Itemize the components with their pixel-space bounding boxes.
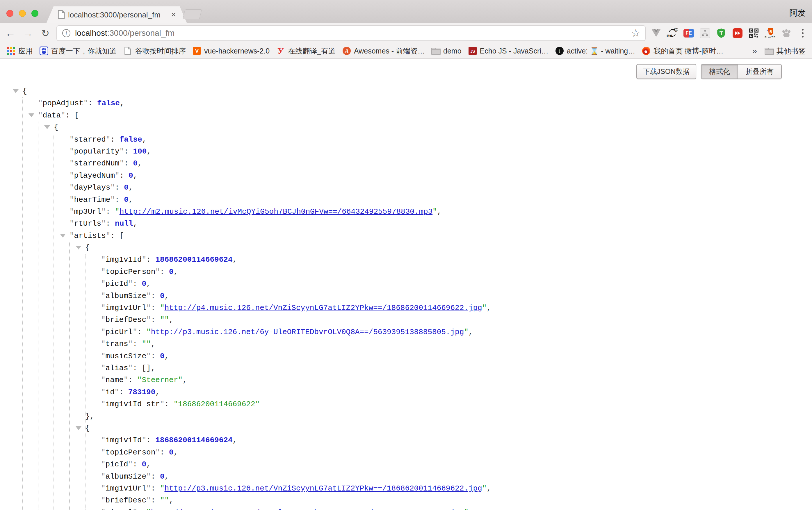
json-url-link[interactable]: http://m2.music.126.net/ivMcQYiG5oh7BCJh… [119, 207, 433, 216]
vue-extension-icon[interactable] [650, 27, 663, 39]
json-key: picId [106, 279, 128, 288]
json-line: "starred": false, [0, 134, 812, 146]
collapse-arrow-icon[interactable] [29, 113, 34, 117]
json-line: "name": "Steerner", [0, 374, 812, 386]
collapse-arrow-icon[interactable] [44, 125, 50, 129]
json-url-link[interactable]: http://p3.music.126.net/6y-UleORITEDbvrO… [151, 328, 464, 336]
json-line: "trans": "", [0, 338, 812, 350]
bookmark-label: 百度一下，你就知道 [51, 46, 117, 56]
json-line: "img1v1Id": 18686200114669624, [0, 434, 812, 446]
bookmark-item[interactable]: JSEcho JS - JavaScri… [468, 46, 549, 56]
new-tab-button[interactable] [183, 9, 202, 19]
json-value-number: 18686200114669624 [155, 255, 232, 264]
json-line: "img1v1Url": "http://p3.music.126.net/Vn… [0, 483, 812, 494]
bookmark-item[interactable]: 谷歌按时间排序 [123, 46, 186, 56]
json-line: "img1v1Id_str": "18686200114669622" [0, 398, 812, 410]
json-line: "topicPerson": 0, [0, 447, 812, 458]
h5player-extension-icon[interactable]: 5PLAYER [764, 27, 777, 39]
weibo-icon [642, 46, 651, 56]
json-line: "id": 783190, [0, 386, 812, 398]
view-mode-segmented-control: 格式化 折叠所有 [701, 64, 782, 79]
json-key: name [106, 376, 124, 384]
json-key: topicPerson [106, 268, 155, 276]
bookmark-label: 在线翻译_有道 [288, 46, 336, 56]
collapse-arrow-icon[interactable] [60, 234, 66, 238]
bookmark-item[interactable]: AAwesomes - 前端资… [342, 46, 425, 56]
json-value-string: " [160, 304, 165, 312]
json-key: hearTime [74, 196, 111, 204]
page-icon [58, 10, 65, 20]
json-value-string: " [146, 328, 151, 336]
fe-extension-icon[interactable]: FE [682, 27, 695, 39]
json-line: "picId": 0, [0, 278, 812, 290]
bookmark-star-icon[interactable]: ☆ [631, 27, 640, 39]
translate-extension-icon[interactable]: en英 [666, 27, 679, 39]
tab-close-icon[interactable]: × [171, 9, 176, 20]
collapse-arrow-icon[interactable] [76, 246, 81, 249]
paw-extension-icon[interactable] [780, 27, 793, 39]
qr-extension-icon[interactable] [748, 27, 760, 39]
page-info-icon[interactable]: i [62, 29, 70, 37]
json-line: "starredNum": 0, [0, 158, 812, 170]
json-key: playedNum [74, 171, 115, 180]
download-json-button[interactable]: 下载JSON数据 [636, 64, 696, 79]
folder-icon [764, 46, 774, 56]
other-bookmarks-label: 其他书签 [777, 46, 806, 56]
back-button[interactable]: ← [4, 27, 17, 39]
json-line: "popularity": 100, [0, 146, 812, 158]
bookmarks-overflow-icon[interactable]: » [752, 46, 757, 56]
json-value-string: " [464, 508, 468, 510]
zoom-window-button[interactable] [31, 10, 38, 17]
bookmark-item[interactable]: demo [431, 46, 462, 56]
browser-tab[interactable]: localhost:3000/personal_fm × [47, 6, 187, 23]
bookmark-item[interactable]: ↓active: ⌛ - waiting… [555, 46, 635, 56]
json-value-string: "18686200114669622" [174, 400, 260, 409]
json-url-link[interactable]: http://p3.music.126.net/VnZiScyynLG7atLI… [164, 484, 482, 493]
json-value-number: 100 [133, 147, 147, 156]
json-line: "picId": 0, [0, 458, 812, 471]
tshield-extension-icon[interactable]: T [715, 27, 728, 39]
bookmark-item[interactable]: 应用 [6, 46, 33, 56]
json-line: "popAdjust": false, [0, 97, 812, 109]
json-line: "picUrl": "http://p3.music.126.net/6y-Ul… [0, 326, 812, 338]
bookmarks-bar: 应用百度一下，你就知道谷歌按时间排序Vvue-hackernews-2.0У在线… [0, 43, 812, 59]
page-icon [123, 46, 132, 56]
json-value-number: 0 [169, 268, 174, 276]
url-text: localhost:3000/personal_fm [75, 29, 631, 38]
json-url-link[interactable]: http://p3.music.126.net/6y-UleORITEDbvrO… [151, 508, 464, 510]
close-window-button[interactable] [6, 10, 13, 17]
json-line: { [0, 86, 812, 97]
json-value-number: 0 [124, 196, 128, 204]
json-line: { [0, 422, 812, 434]
json-line: "rtUrls": null, [0, 218, 812, 230]
format-button[interactable]: 格式化 [701, 64, 738, 79]
json-value-string: " [482, 304, 487, 312]
menu-dots-extension-icon[interactable] [796, 27, 809, 39]
collapse-arrow-icon[interactable] [76, 426, 81, 430]
json-value-number: 0 [142, 279, 146, 288]
collapse-all-button[interactable]: 折叠所有 [738, 64, 781, 79]
bookmark-label: active: ⌛ - waiting… [567, 47, 635, 55]
json-url-link[interactable]: http://p4.music.126.net/VnZiScyynLG7atLI… [164, 304, 482, 312]
json-value-string: " [482, 484, 487, 493]
json-key: albumSize [106, 472, 146, 481]
fastforward-extension-icon[interactable] [731, 27, 744, 39]
json-key: albumSize [106, 292, 146, 300]
sitemap-extension-icon[interactable] [699, 27, 712, 39]
collapse-arrow-icon[interactable] [13, 89, 19, 93]
bookmark-item[interactable]: У在线翻译_有道 [276, 46, 336, 56]
bookmark-item[interactable]: Vvue-hackernews-2.0 [192, 46, 270, 56]
json-value-number: 0 [169, 448, 174, 457]
minimize-window-button[interactable] [19, 10, 26, 17]
json-line: { [0, 242, 812, 254]
json-key: img1v1Url [106, 304, 146, 312]
address-bar[interactable]: i localhost:3000/personal_fm ☆ [56, 25, 646, 41]
echojs-icon: JS [468, 46, 477, 56]
bookmark-item[interactable]: 我的首页 微博-随时… [642, 46, 723, 56]
reload-button[interactable]: ↻ [39, 27, 52, 39]
browser-toolbar: ← → ↻ i localhost:3000/personal_fm ☆ en英… [0, 23, 812, 43]
bookmark-item[interactable]: 百度一下，你就知道 [39, 46, 117, 56]
json-value-number: false [119, 135, 142, 144]
other-bookmarks-folder[interactable]: 其他书签 [764, 46, 806, 56]
json-key: img1v1Url [106, 484, 146, 493]
